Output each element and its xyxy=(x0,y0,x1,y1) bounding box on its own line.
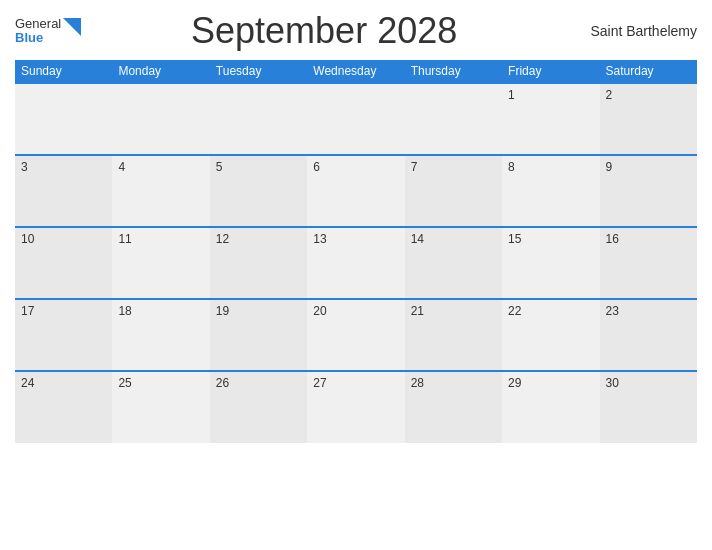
day-number: 25 xyxy=(118,376,131,390)
day-number: 9 xyxy=(606,160,613,174)
day-cell-w2-d4: 6 xyxy=(307,155,404,227)
day-cell-w4-d7: 23 xyxy=(600,299,697,371)
day-number: 30 xyxy=(606,376,619,390)
week-row-4: 17181920212223 xyxy=(15,299,697,371)
day-cell-w1-d1 xyxy=(15,83,112,155)
header-saturday: Saturday xyxy=(600,60,697,83)
calendar-table: Sunday Monday Tuesday Wednesday Thursday… xyxy=(15,60,697,443)
day-cell-w3-d2: 11 xyxy=(112,227,209,299)
logo-general-text: General xyxy=(15,17,61,31)
day-cell-w3-d7: 16 xyxy=(600,227,697,299)
day-number: 1 xyxy=(508,88,515,102)
day-cell-w2-d6: 8 xyxy=(502,155,599,227)
day-number: 15 xyxy=(508,232,521,246)
day-number: 5 xyxy=(216,160,223,174)
week-row-1: 12 xyxy=(15,83,697,155)
day-number: 17 xyxy=(21,304,34,318)
day-number: 12 xyxy=(216,232,229,246)
day-number: 11 xyxy=(118,232,131,246)
calendar-header: General Blue September 2028 Saint Barthe… xyxy=(15,10,697,52)
day-cell-w1-d5 xyxy=(405,83,502,155)
day-number: 8 xyxy=(508,160,515,174)
week-row-5: 24252627282930 xyxy=(15,371,697,443)
day-number: 18 xyxy=(118,304,131,318)
day-cell-w1-d4 xyxy=(307,83,404,155)
day-number: 22 xyxy=(508,304,521,318)
svg-marker-0 xyxy=(63,18,81,36)
day-cell-w4-d2: 18 xyxy=(112,299,209,371)
logo-flag-icon xyxy=(63,18,81,36)
day-cell-w5-d7: 30 xyxy=(600,371,697,443)
day-number: 7 xyxy=(411,160,418,174)
day-number: 6 xyxy=(313,160,320,174)
day-cell-w2-d1: 3 xyxy=(15,155,112,227)
header-sunday: Sunday xyxy=(15,60,112,83)
day-number: 24 xyxy=(21,376,34,390)
day-number: 26 xyxy=(216,376,229,390)
day-number: 19 xyxy=(216,304,229,318)
day-number: 29 xyxy=(508,376,521,390)
day-cell-w3-d4: 13 xyxy=(307,227,404,299)
day-number: 2 xyxy=(606,88,613,102)
calendar-container: General Blue September 2028 Saint Barthe… xyxy=(0,0,712,550)
day-cell-w1-d6: 1 xyxy=(502,83,599,155)
day-cell-w1-d2 xyxy=(112,83,209,155)
day-number: 20 xyxy=(313,304,326,318)
day-cell-w2-d7: 9 xyxy=(600,155,697,227)
day-number: 21 xyxy=(411,304,424,318)
day-number: 3 xyxy=(21,160,28,174)
day-cell-w3-d5: 14 xyxy=(405,227,502,299)
day-number: 10 xyxy=(21,232,34,246)
day-cell-w5-d6: 29 xyxy=(502,371,599,443)
day-number: 23 xyxy=(606,304,619,318)
day-cell-w4-d1: 17 xyxy=(15,299,112,371)
day-cell-w4-d3: 19 xyxy=(210,299,307,371)
day-cell-w1-d7: 2 xyxy=(600,83,697,155)
day-cell-w5-d1: 24 xyxy=(15,371,112,443)
header-thursday: Thursday xyxy=(405,60,502,83)
logo-blue-text: Blue xyxy=(15,31,61,45)
day-cell-w3-d3: 12 xyxy=(210,227,307,299)
day-cell-w5-d3: 26 xyxy=(210,371,307,443)
day-cell-w1-d3 xyxy=(210,83,307,155)
day-cell-w2-d2: 4 xyxy=(112,155,209,227)
day-cell-w4-d4: 20 xyxy=(307,299,404,371)
day-cell-w4-d5: 21 xyxy=(405,299,502,371)
day-number: 13 xyxy=(313,232,326,246)
logo: General Blue xyxy=(15,17,81,46)
header-friday: Friday xyxy=(502,60,599,83)
header-wednesday: Wednesday xyxy=(307,60,404,83)
day-cell-w4-d6: 22 xyxy=(502,299,599,371)
day-number: 27 xyxy=(313,376,326,390)
day-cell-w3-d6: 15 xyxy=(502,227,599,299)
day-cell-w2-d5: 7 xyxy=(405,155,502,227)
day-cell-w5-d5: 28 xyxy=(405,371,502,443)
week-row-2: 3456789 xyxy=(15,155,697,227)
day-cell-w2-d3: 5 xyxy=(210,155,307,227)
day-number: 28 xyxy=(411,376,424,390)
day-number: 16 xyxy=(606,232,619,246)
weekday-header-row: Sunday Monday Tuesday Wednesday Thursday… xyxy=(15,60,697,83)
day-cell-w5-d4: 27 xyxy=(307,371,404,443)
day-cell-w5-d2: 25 xyxy=(112,371,209,443)
month-title: September 2028 xyxy=(81,10,567,52)
header-tuesday: Tuesday xyxy=(210,60,307,83)
country-name: Saint Barthelemy xyxy=(567,23,697,39)
day-number: 14 xyxy=(411,232,424,246)
day-cell-w3-d1: 10 xyxy=(15,227,112,299)
day-number: 4 xyxy=(118,160,125,174)
logo-text: General Blue xyxy=(15,17,61,46)
week-row-3: 10111213141516 xyxy=(15,227,697,299)
header-monday: Monday xyxy=(112,60,209,83)
